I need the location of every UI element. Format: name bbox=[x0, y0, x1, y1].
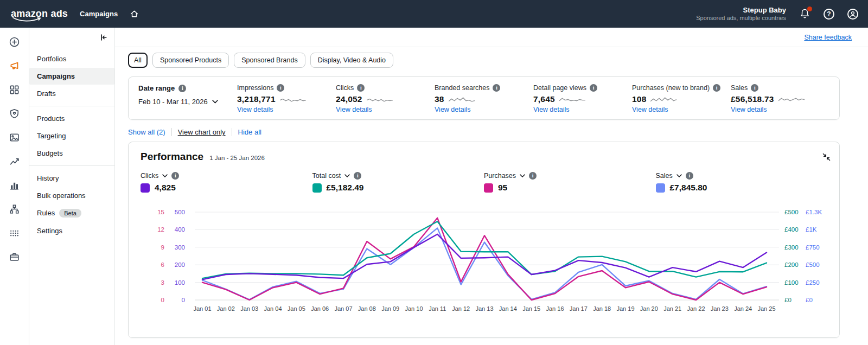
info-icon[interactable] bbox=[529, 172, 537, 180]
tab-display-video-audio[interactable]: Display, Video & Audio bbox=[310, 53, 393, 68]
date-range-column: Date range Feb 10 - Mar 11, 2026 bbox=[138, 84, 237, 113]
view-chart-only-link[interactable]: View chart only bbox=[171, 128, 232, 136]
tab-all[interactable]: All bbox=[128, 53, 148, 68]
svg-text:400: 400 bbox=[175, 226, 185, 233]
sidebar-item-portfolios[interactable]: Portfolios bbox=[29, 50, 114, 67]
sidebar-item-drafts[interactable]: Drafts bbox=[29, 85, 114, 102]
trend-icon[interactable] bbox=[9, 155, 21, 167]
metric-clicks: Clicks 24,052 View details bbox=[336, 84, 435, 113]
sidebar-item-settings[interactable]: Settings bbox=[29, 222, 114, 239]
account-switcher[interactable]: Stepup Baby Sponsored ads, multiple coun… bbox=[696, 6, 786, 22]
performance-card: Performance 1 Jan - 25 Jan 2026 Clicks 4… bbox=[128, 142, 840, 338]
sidebar-item-history[interactable]: History bbox=[29, 170, 114, 187]
image-icon[interactable] bbox=[9, 131, 21, 143]
svg-text:Jan 22: Jan 22 bbox=[687, 305, 705, 312]
metric-branded-searches: Branded searches 38 View details bbox=[435, 84, 533, 113]
legend-color-chip bbox=[656, 183, 665, 193]
account-avatar-icon[interactable] bbox=[847, 9, 858, 20]
metric-impressions: Impressions 3,218,771 View details bbox=[237, 84, 336, 113]
collapse-chart-icon[interactable] bbox=[822, 153, 831, 163]
legend-color-chip bbox=[312, 183, 322, 193]
sparkline bbox=[650, 95, 676, 104]
tab-sponsored-products[interactable]: Sponsored Products bbox=[152, 53, 229, 68]
beta-badge: Beta bbox=[59, 209, 81, 218]
show-all-link[interactable]: Show all (2) bbox=[128, 128, 171, 136]
view-details-link[interactable]: View details bbox=[336, 106, 435, 113]
info-icon[interactable] bbox=[178, 85, 186, 92]
apps-dots-icon[interactable] bbox=[9, 227, 21, 239]
svg-text:Jan 03: Jan 03 bbox=[240, 305, 258, 312]
svg-text:£200: £200 bbox=[784, 261, 799, 268]
notification-badge bbox=[807, 7, 812, 11]
shield-icon[interactable] bbox=[9, 107, 21, 119]
svg-text:300: 300 bbox=[175, 244, 185, 251]
grid-icon[interactable] bbox=[9, 84, 21, 95]
metric-value: 24,052 bbox=[336, 94, 362, 104]
info-icon[interactable] bbox=[590, 84, 597, 92]
collapse-sidebar-icon[interactable] bbox=[29, 33, 114, 42]
sidebar-item-targeting[interactable]: Targeting bbox=[29, 127, 114, 144]
home-icon[interactable] bbox=[130, 9, 139, 18]
svg-text:£250: £250 bbox=[806, 279, 820, 286]
info-icon[interactable] bbox=[354, 172, 361, 180]
view-details-link[interactable]: View details bbox=[435, 106, 533, 113]
metric-value: 38 bbox=[435, 94, 444, 104]
svg-text:Jan 07: Jan 07 bbox=[334, 305, 352, 312]
date-range-label: Date range bbox=[138, 84, 175, 92]
legend-clicks: Clicks 4,825 bbox=[141, 172, 312, 193]
amazon-ads-logo[interactable]: amazon ads bbox=[11, 8, 68, 20]
svg-text:£1K: £1K bbox=[806, 226, 817, 233]
sparkline bbox=[280, 95, 306, 104]
info-icon[interactable] bbox=[357, 84, 365, 92]
svg-text:Jan 19: Jan 19 bbox=[616, 305, 634, 312]
legend-metric-dropdown[interactable]: Total cost bbox=[312, 172, 484, 180]
plus-circle-icon[interactable] bbox=[9, 36, 21, 48]
share-feedback-link[interactable]: Share feedback bbox=[804, 34, 852, 41]
hide-all-link[interactable]: Hide all bbox=[232, 128, 267, 136]
help-icon[interactable] bbox=[824, 9, 834, 20]
svg-text:500: 500 bbox=[175, 209, 185, 215]
metric-value: 3,218,771 bbox=[237, 94, 276, 104]
amazon-smile-icon bbox=[12, 17, 43, 22]
tab-sponsored-brands[interactable]: Sponsored Brands bbox=[234, 53, 305, 68]
notifications-bell-icon[interactable] bbox=[799, 8, 810, 20]
main-content: Share feedback All Sponsored Products Sp… bbox=[115, 28, 868, 345]
info-icon[interactable] bbox=[751, 84, 758, 92]
svg-text:Jan 23: Jan 23 bbox=[711, 305, 729, 312]
briefcase-icon[interactable] bbox=[9, 251, 21, 263]
view-details-link[interactable]: View details bbox=[632, 106, 731, 113]
view-details-link[interactable]: View details bbox=[731, 106, 829, 113]
svg-text:£0: £0 bbox=[784, 297, 792, 303]
metric-detail-page-views: Detail page views 7,645 View details bbox=[533, 84, 632, 113]
sidebar-item-bulk-operations[interactable]: Bulk operations bbox=[29, 187, 114, 204]
sidebar-item-rules[interactable]: RulesBeta bbox=[29, 205, 114, 222]
legend-metric-dropdown[interactable]: Clicks bbox=[141, 172, 312, 180]
svg-text:3: 3 bbox=[161, 279, 164, 286]
info-icon[interactable] bbox=[686, 172, 693, 180]
info-icon[interactable] bbox=[713, 84, 720, 92]
info-icon[interactable] bbox=[277, 84, 284, 92]
svg-text:Jan 10: Jan 10 bbox=[405, 305, 423, 312]
svg-text:Jan 06: Jan 06 bbox=[311, 305, 329, 312]
view-details-link[interactable]: View details bbox=[237, 106, 336, 113]
legend-metric-dropdown[interactable]: Sales bbox=[656, 172, 828, 180]
svg-text:Jan 17: Jan 17 bbox=[570, 305, 588, 312]
svg-text:£500: £500 bbox=[806, 261, 820, 268]
view-details-link[interactable]: View details bbox=[533, 106, 632, 113]
performance-line-chart: 036912150100200300400500£0£100£200£300£4… bbox=[129, 201, 840, 325]
info-icon[interactable] bbox=[493, 84, 500, 92]
info-icon[interactable] bbox=[171, 172, 179, 180]
bar-chart-icon[interactable] bbox=[9, 179, 21, 191]
sidebar-item-products[interactable]: Products bbox=[29, 110, 114, 127]
legend-metric-dropdown[interactable]: Purchases bbox=[484, 172, 656, 180]
sidebar-menu: Portfolios Campaigns Drafts Products Tar… bbox=[29, 28, 115, 345]
svg-text:Jan 05: Jan 05 bbox=[288, 305, 305, 312]
legend-color-chip bbox=[484, 183, 493, 193]
sidebar-item-budgets[interactable]: Budgets bbox=[29, 145, 114, 162]
menu-divider bbox=[29, 165, 114, 166]
sitemap-icon[interactable] bbox=[9, 203, 21, 215]
megaphone-icon[interactable] bbox=[9, 60, 21, 72]
sidebar-item-campaigns[interactable]: Campaigns bbox=[29, 68, 114, 85]
chevron-down-icon bbox=[344, 174, 350, 177]
date-range-selector[interactable]: Feb 10 - Mar 11, 2026 bbox=[138, 98, 237, 106]
